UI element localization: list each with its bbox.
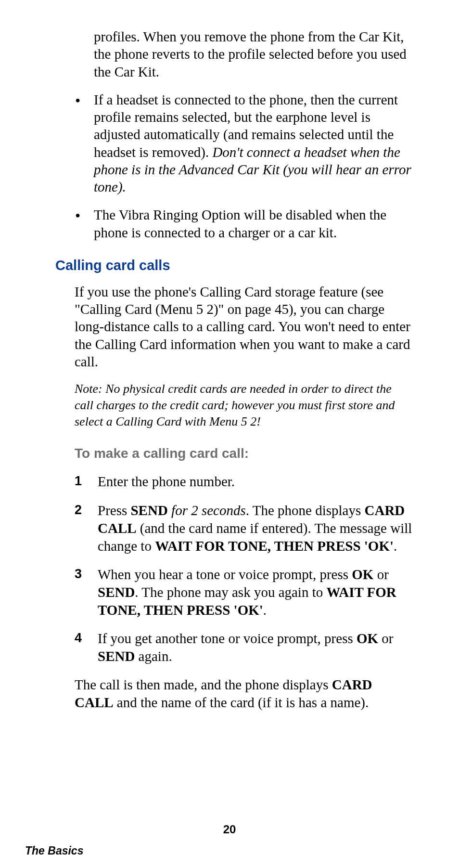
- step-4-text-b: or: [378, 631, 393, 646]
- bullet-list: If a headset is connected to the phone, …: [72, 91, 413, 241]
- bullet-item-2: The Vibra Ringing Option will be disable…: [72, 206, 413, 241]
- subheading: To make a calling card call:: [75, 446, 413, 461]
- step-2-italic: for 2 seconds: [171, 503, 246, 518]
- step-2-text-a: Press: [98, 503, 130, 518]
- step-3-text-a: When you hear a tone or voice prompt, pr…: [98, 567, 352, 582]
- step-4-text-a: If you get another tone or voice prompt,…: [98, 631, 357, 646]
- page-content: profiles. When you remove the phone from…: [46, 28, 413, 712]
- note-paragraph: Note: No physical credit cards are neede…: [75, 381, 413, 429]
- step-3-text-c: . The phone may ask you again to: [135, 584, 326, 600]
- footer-section-label: The Basics: [25, 844, 83, 857]
- step-4-text-c: again.: [135, 648, 172, 664]
- step-2-wait: WAIT FOR TONE, THEN PRESS 'OK': [155, 538, 394, 554]
- step-2-send: SEND: [130, 503, 167, 518]
- step-2-text-c: . The phone displays: [246, 503, 365, 518]
- step-3: 3 When you hear a tone or voice prompt, …: [75, 566, 413, 619]
- step-3-number: 3: [75, 566, 82, 583]
- page-number: 20: [0, 823, 459, 836]
- step-4-number: 4: [75, 630, 82, 647]
- intro-paragraph: If you use the phone's Calling Card stor…: [75, 283, 413, 370]
- closing-text-a: The call is then made, and the phone dis…: [75, 677, 332, 692]
- step-3-text-d: .: [263, 602, 267, 618]
- step-2-text-e: .: [394, 538, 397, 554]
- continued-paragraph: profiles. When you remove the phone from…: [94, 28, 413, 80]
- step-4: 4 If you get another tone or voice promp…: [75, 630, 413, 665]
- numbered-list: 1 Enter the phone number. 2 Press SEND f…: [75, 473, 413, 665]
- step-2: 2 Press SEND for 2 seconds. The phone di…: [75, 502, 413, 555]
- step-3-ok: OK: [352, 567, 373, 582]
- step-1-number: 1: [75, 473, 82, 490]
- step-3-text-b: or: [373, 567, 388, 582]
- closing-text-b: and the name of the card (if it is has a…: [114, 695, 369, 710]
- step-3-send: SEND: [98, 584, 135, 600]
- step-2-number: 2: [75, 502, 82, 518]
- step-4-ok: OK: [357, 631, 378, 646]
- closing-paragraph: The call is then made, and the phone dis…: [75, 676, 413, 712]
- step-2-text-b: [168, 503, 171, 518]
- section-heading: Calling card calls: [55, 258, 413, 273]
- step-1-text: Enter the phone number.: [98, 474, 235, 489]
- step-1: 1 Enter the phone number.: [75, 473, 413, 491]
- step-4-send: SEND: [98, 648, 135, 664]
- bullet-item-1: If a headset is connected to the phone, …: [72, 91, 413, 196]
